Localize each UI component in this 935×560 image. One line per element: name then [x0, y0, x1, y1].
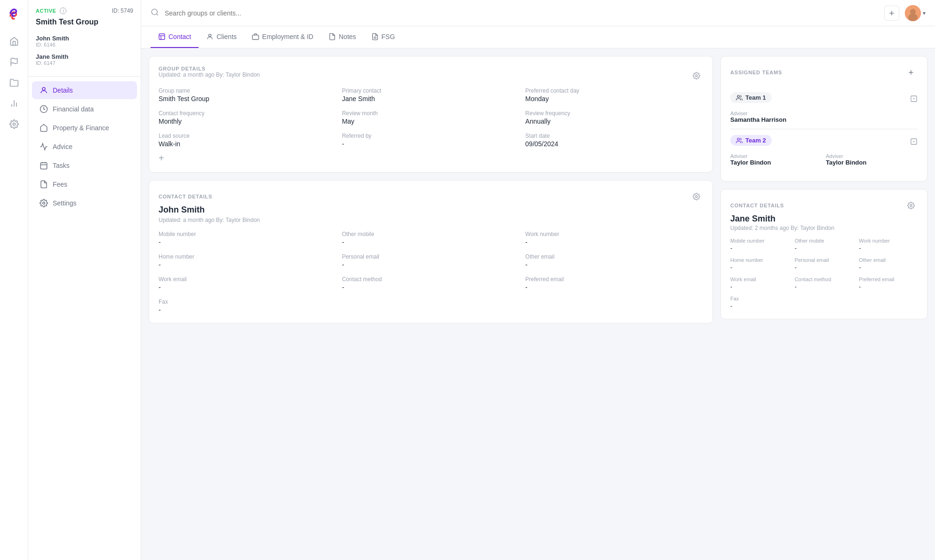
user-avatar [905, 5, 921, 21]
svg-point-28 [695, 196, 697, 197]
sidebar-item-advice-label: Advice [53, 143, 72, 150]
team-1-advisers: Adviser Samantha Harrison [730, 110, 918, 123]
team-2-collapse-button[interactable] [910, 138, 918, 147]
field-jane-fax: Fax - [730, 296, 789, 309]
tab-contact-label: Contact [168, 33, 191, 40]
team-2-adviser-1: Adviser Taylor Bindon [730, 153, 822, 166]
member-john[interactable]: John Smith ID: 6146 [36, 32, 133, 50]
field-referred-by: Referred by - [342, 133, 520, 148]
search-icon [151, 8, 159, 18]
field-review-frequency: Review frequency Annually [525, 110, 703, 125]
field-contact-frequency: Contact frequency Monthly [159, 110, 336, 125]
tab-fsg[interactable]: FSG [364, 26, 403, 48]
icon-nav [0, 0, 28, 560]
group-details-gear-button[interactable] [690, 69, 703, 82]
nav-folder-icon[interactable] [5, 73, 24, 92]
field-john-mobile: Mobile number - [159, 231, 336, 246]
tab-fsg-label: FSG [382, 33, 395, 40]
info-icon[interactable]: i [60, 8, 66, 14]
svg-point-23 [209, 34, 211, 37]
contact-tab-icon [158, 33, 166, 40]
add-button[interactable] [884, 6, 899, 21]
contact-details-john-gear-button[interactable] [690, 190, 703, 203]
nav-home-icon[interactable] [5, 32, 24, 51]
content-area: GROUP DETAILS Updated: a month ago By: T… [141, 48, 935, 560]
sidebar-item-financial-label: Financial data [53, 105, 94, 113]
sidebar-item-financial-data[interactable]: Financial data [32, 100, 137, 118]
nav-flag-icon[interactable] [5, 53, 24, 71]
field-john-contact-method: Contact method - [342, 276, 520, 291]
member-jane-name: Jane Smith [36, 53, 133, 60]
assigned-teams-header: ASSIGNED TEAMS [730, 66, 918, 79]
contact-details-john-header: CONTACT DETAILS [159, 190, 703, 203]
sidebar-item-property-label: Property & Finance [53, 124, 109, 132]
john-name: John Smith [159, 205, 703, 215]
status-row: ACTIVE i ID: 5749 [36, 8, 133, 14]
sidebar-nav: Details Financial data Property & Financ… [28, 77, 141, 560]
svg-point-27 [695, 75, 697, 77]
nav-chart-icon[interactable] [5, 94, 24, 113]
tab-employment[interactable]: Employment & ID [244, 26, 321, 48]
user-avatar-wrap[interactable]: ▾ [905, 5, 926, 21]
sidebar-item-advice[interactable]: Advice [32, 138, 137, 156]
svg-line-14 [156, 14, 158, 15]
nav-gear-icon[interactable] [5, 115, 24, 134]
tab-clients[interactable]: Clients [199, 26, 244, 48]
sidebar-item-settings-label: Settings [53, 199, 77, 207]
field-jane-contact-method: Contact method - [795, 276, 854, 290]
advice-icon [40, 142, 48, 151]
tabs-bar: Contact Clients Employment & ID Notes FS… [141, 26, 935, 48]
field-john-work-number: Work number - [525, 231, 703, 246]
tab-employment-label: Employment & ID [262, 33, 313, 40]
field-jane-personal-email: Personal email - [795, 257, 854, 271]
field-jane-preferred-email: Preferred email - [859, 276, 918, 290]
field-john-home-number: Home number - [159, 253, 336, 268]
contact-details-jane-gear-button[interactable] [904, 199, 918, 212]
member-jane[interactable]: Jane Smith ID: 6147 [36, 50, 133, 69]
settings-icon [40, 199, 48, 207]
fees-icon [40, 180, 48, 189]
contact-details-jane-header: CONTACT DETAILS [730, 199, 918, 212]
svg-point-13 [152, 9, 157, 15]
add-team-button[interactable] [904, 66, 918, 79]
tab-clients-label: Clients [216, 33, 237, 40]
property-icon [40, 124, 48, 132]
group-details-title: GROUP DETAILS Updated: a month ago By: T… [159, 66, 260, 86]
contact-jane-fields: Mobile number - Other mobile - Work numb… [730, 238, 918, 309]
right-column: ASSIGNED TEAMS Team 1 [720, 56, 927, 552]
tab-notes[interactable]: Notes [321, 26, 364, 48]
sidebar-item-details[interactable]: Details [32, 81, 137, 99]
field-john-work-email: Work email - [159, 276, 336, 291]
sidebar-item-property-finance[interactable]: Property & Finance [32, 119, 137, 137]
sidebar-header: ACTIVE i ID: 5749 Smith Test Group John … [28, 0, 141, 77]
team-1-name: Team 1 [745, 94, 766, 101]
team-2-header: Team 2 [730, 135, 918, 150]
field-start-date: Start date 09/05/2024 [525, 133, 703, 148]
app-logo[interactable] [6, 6, 23, 23]
sidebar-item-tasks-label: Tasks [53, 162, 70, 169]
group-details-fields: Group name Smith Test Group Primary cont… [159, 87, 703, 148]
field-john-other-mobile: Other mobile - [342, 231, 520, 246]
team-1-collapse-button[interactable] [910, 95, 918, 104]
team-1-badge: Team 1 [730, 92, 772, 103]
topbar-actions: ▾ [884, 5, 926, 21]
sidebar-item-settings[interactable]: Settings [32, 194, 137, 212]
clients-tab-icon [206, 33, 214, 40]
add-group-details-button[interactable]: + [159, 153, 703, 163]
tab-contact[interactable]: Contact [151, 26, 199, 48]
assigned-teams-card: ASSIGNED TEAMS Team 1 [720, 56, 927, 181]
svg-rect-8 [40, 163, 47, 169]
member-jane-id: ID: 6147 [36, 60, 133, 66]
search-input[interactable] [165, 9, 879, 17]
sidebar-item-tasks[interactable]: Tasks [32, 157, 137, 174]
contact-details-jane-card: CONTACT DETAILS Jane Smith Updated: 2 mo… [720, 189, 927, 319]
field-jane-other-mobile: Other mobile - [795, 238, 854, 252]
sidebar-item-fees[interactable]: Fees [32, 175, 137, 193]
notes-tab-icon [328, 33, 336, 40]
field-john-other-email: Other email - [525, 253, 703, 268]
contact-details-john-card: CONTACT DETAILS John Smith Updated: a mo… [149, 180, 713, 323]
main-content: ▾ Contact Clients Employment & ID Notes … [141, 0, 935, 560]
field-jane-work-email: Work email - [730, 276, 789, 290]
field-jane-home-number: Home number - [730, 257, 789, 271]
field-jane-other-email: Other email - [859, 257, 918, 271]
